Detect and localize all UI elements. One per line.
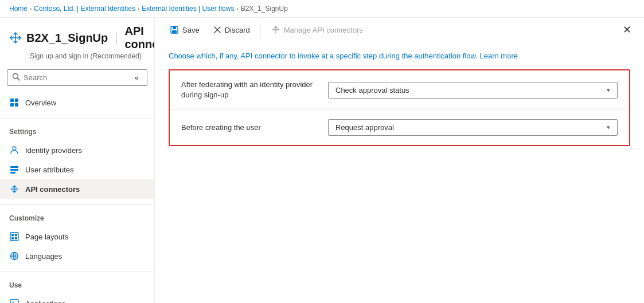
svg-rect-18: [173, 26, 176, 29]
nav-item-page-layouts[interactable]: Page layouts: [0, 227, 154, 246]
breadcrumb-contoso[interactable]: Contoso, Ltd. | External Identities: [34, 5, 135, 13]
nav-item-identity-providers[interactable]: Identity providers: [0, 140, 154, 160]
settings-section-label: Settings: [0, 122, 154, 138]
svg-rect-5: [15, 103, 18, 107]
use-section-label: Use: [0, 276, 154, 292]
nav-item-page-layouts-label: Page layouts: [25, 233, 68, 241]
nav-item-overview[interactable]: Overview: [0, 93, 154, 112]
svg-rect-2: [10, 99, 14, 102]
svg-point-6: [13, 147, 16, 150]
app-container: Home › Contoso, Ltd. | External Identiti…: [0, 0, 644, 303]
search-container: «: [0, 65, 154, 90]
svg-rect-12: [15, 234, 17, 236]
breadcrumb-sep-1: ›: [30, 6, 32, 12]
move-icon: [9, 30, 22, 46]
collapse-sidebar-button[interactable]: «: [131, 72, 142, 83]
toolbar-separator: [260, 23, 261, 37]
chevron-down-icon-1: ▾: [607, 86, 610, 94]
nav-settings-section: Identity providers User attributes: [0, 138, 154, 201]
nav-item-applications-label: Applications: [25, 300, 65, 304]
svg-rect-3: [15, 99, 18, 102]
nav-item-user-attributes[interactable]: User attributes: [0, 160, 154, 179]
nav-item-overview-label: Overview: [25, 99, 56, 107]
manage-api-connectors-button[interactable]: Manage API connectors: [266, 22, 369, 37]
svg-rect-11: [11, 234, 14, 236]
save-icon: [170, 25, 179, 34]
breadcrumb: Home › Contoso, Ltd. | External Identiti…: [0, 0, 644, 18]
connector-row-2: Before creating the user Request approva…: [170, 110, 629, 145]
svg-rect-4: [10, 103, 14, 107]
svg-rect-10: [10, 233, 18, 241]
main-layout: B2X_1_SignUp | API connectors ... Sign u…: [0, 18, 644, 303]
nav-item-applications[interactable]: Applications: [0, 294, 154, 303]
svg-rect-9: [10, 172, 15, 174]
nav-item-identity-providers-label: Identity providers: [25, 146, 82, 155]
nav-item-languages-label: Languages: [25, 252, 62, 261]
info-text: Choose which, if any, API connector to i…: [169, 52, 630, 60]
divider-customize: [0, 204, 154, 205]
user-attributes-icon: [9, 164, 19, 175]
nav-item-user-attributes-label: User attributes: [25, 166, 74, 174]
nav-customize-section: Page layouts Languages: [0, 225, 154, 268]
breadcrumb-user-flows[interactable]: External Identities | User flows: [142, 5, 234, 13]
customize-section-label: Customize: [0, 208, 154, 225]
svg-rect-13: [11, 237, 14, 239]
applications-icon: [9, 298, 19, 303]
svg-rect-16: [10, 300, 18, 303]
connector-label-1: After federating with an identity provid…: [181, 80, 319, 100]
api-connector-section: After federating with an identity provid…: [169, 69, 630, 146]
connector-select-1[interactable]: Check approval status ▾: [328, 82, 618, 99]
connector-label-2: Before creating the user: [181, 123, 319, 133]
breadcrumb-home[interactable]: Home: [9, 5, 28, 13]
chevron-down-icon-2: ▾: [607, 124, 610, 131]
nav-item-api-connectors[interactable]: API connectors: [0, 179, 154, 199]
svg-rect-19: [172, 30, 177, 33]
save-button[interactable]: Save: [164, 22, 205, 37]
divider-settings: [0, 118, 154, 119]
discard-button[interactable]: Discard: [208, 23, 256, 37]
breadcrumb-current: B2X_1_SignUp: [241, 5, 288, 13]
toolbar: Save Discard Manage API connectors: [155, 18, 644, 42]
svg-rect-7: [10, 166, 18, 168]
svg-line-1: [18, 78, 20, 81]
discard-icon: [213, 26, 221, 34]
api-connectors-icon: [9, 184, 19, 194]
page-description: Sign up and sign in (Recommended): [30, 52, 145, 60]
overview-icon: [9, 97, 19, 108]
page-subtitle-prefix: API connectors: [124, 25, 155, 51]
learn-more-link[interactable]: Learn more: [479, 52, 517, 60]
search-input[interactable]: [24, 73, 126, 82]
nav-overview-section: Overview: [0, 90, 154, 115]
divider-use: [0, 271, 154, 272]
content-area: Save Discard Manage API connectors: [155, 18, 644, 303]
page-title: B2X_1_SignUp: [26, 32, 108, 45]
page-layouts-icon: [9, 231, 19, 242]
nav-use-section: Applications: [0, 292, 154, 303]
page-title-row: B2X_1_SignUp | API connectors ...: [9, 25, 145, 51]
connector-select-2-value: Request approval: [335, 123, 394, 132]
manage-icon: [271, 25, 280, 34]
svg-rect-14: [15, 237, 17, 239]
breadcrumb-sep-3: ›: [236, 6, 238, 12]
nav-item-languages[interactable]: Languages: [0, 246, 154, 266]
connector-select-2[interactable]: Request approval ▾: [328, 119, 618, 136]
page-header: B2X_1_SignUp | API connectors ... Sign u…: [0, 18, 154, 65]
connector-select-1-value: Check approval status: [335, 86, 409, 95]
search-box: «: [7, 69, 147, 86]
breadcrumb-sep-2: ›: [138, 6, 139, 12]
languages-icon: [9, 251, 19, 261]
close-button[interactable]: ✕: [619, 22, 635, 37]
nav-item-api-connectors-label: API connectors: [25, 185, 80, 194]
svg-rect-8: [10, 169, 18, 171]
identity-providers-icon: [9, 145, 19, 155]
page-content: Choose which, if any, API connector to i…: [155, 42, 644, 303]
connector-row-1: After federating with an identity provid…: [170, 70, 629, 110]
sidebar: B2X_1_SignUp | API connectors ... Sign u…: [0, 18, 155, 303]
title-separator: |: [115, 32, 118, 45]
search-icon: [12, 73, 20, 82]
